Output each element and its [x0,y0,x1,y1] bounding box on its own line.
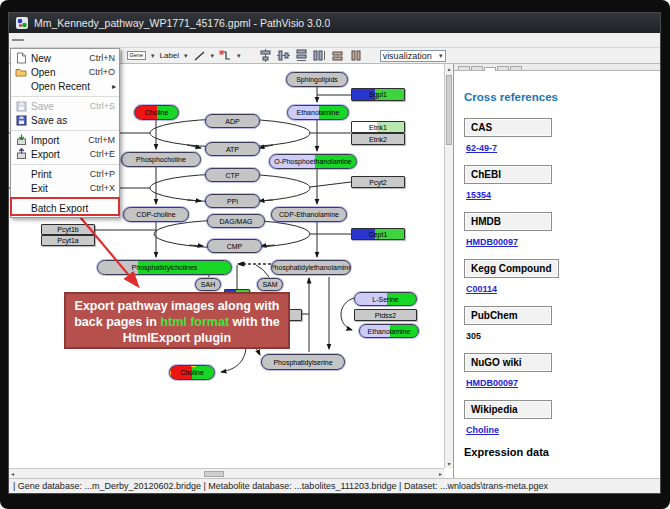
node-pcyt1a[interactable]: Pcyt1a [41,235,95,246]
pathvisio-window: Mm_Kennedy_pathway_WP1771_45176.gpml - P… [8,12,661,494]
database-name: Wikipedia [464,400,552,419]
cross-reference-section: HMDB HMDB00097 [464,211,660,247]
node-ctp[interactable]: CTP [205,168,260,182]
database-id-link[interactable]: HMDB00097 [466,378,660,388]
database-name: PubChem [464,306,552,325]
file-menu-item[interactable]: New Ctrl+N [11,51,119,65]
database-name: NuGO wiki [464,353,552,372]
node-l-serine[interactable]: L-Serine [354,292,417,306]
node-etnk2[interactable]: Etnk2 [351,133,405,145]
file-menu-item[interactable]: Save Ctrl+S [11,96,119,113]
import-icon [11,134,31,146]
node-cdp-choline[interactable]: CDP-choline [123,207,189,222]
statusbar: | Gene database: ...m_Derby_20120602.bri… [9,478,660,493]
common-width-icon[interactable] [331,49,344,62]
line-tool-icon[interactable] [193,50,206,62]
file-menu-item[interactable]: Exit Ctrl+X [11,181,119,195]
node-sgpl1[interactable]: Sgpl1 [351,88,405,101]
scroll-left-icon[interactable]: ◂ [11,470,14,477]
add-gene-button[interactable]: Gene [127,51,146,61]
node-etnk1[interactable]: Etnk1 [351,121,405,133]
node-dag-mag[interactable]: DAG/MAG [207,214,265,228]
sidebar-tab[interactable] [510,66,522,70]
node-pcyt2[interactable]: Pcyt2 [351,176,405,188]
node-ethanolamine-top[interactable]: Ethanolamine [287,105,349,120]
sidebar-tab[interactable] [484,67,496,71]
node-phosphocholine[interactable]: Phosphocholine [121,152,201,167]
database-name: CAS [464,118,552,137]
chevron-down-icon[interactable]: ▾ [211,52,215,60]
distribute-vertical-icon[interactable] [295,49,308,62]
app-icon [16,17,28,29]
align-horizontal-center-icon[interactable] [277,49,290,62]
horizontal-scrollbar[interactable]: ◂ ▸ [9,468,444,478]
vertical-scrollbar[interactable]: ▴ ▾ [444,64,453,468]
node-phosphatidylcholines[interactable]: Phosphatidylcholines [97,260,232,275]
node-pcyt1b[interactable]: Pcyt1b [41,224,95,235]
open-folder-icon [11,67,31,77]
file-menu-item[interactable]: Import Ctrl+M [11,130,119,147]
sidebar-tab[interactable] [497,66,509,70]
file-menu-item[interactable]: Batch Export [11,198,119,215]
connector-tool-icon[interactable] [219,50,232,62]
menubar [9,33,660,48]
file-menu-item[interactable]: Open Ctrl+O [11,65,119,79]
database-name: ChEBI [464,165,552,184]
save-as-icon [11,115,31,126]
cross-reference-section: ChEBI 15354 [464,164,660,200]
node-phosphatidylserine[interactable]: Phosphatidylserine [261,354,345,370]
sidebar-tab[interactable] [471,66,483,70]
file-menu: New Ctrl+N Open Ctrl+O Open Recent Save … [10,48,120,218]
database-id-link[interactable]: 62-49-7 [466,143,660,153]
database-name: HMDB [464,212,552,231]
node-phosphatidylethanolamine[interactable]: Phosphatidylethanolamine [271,260,351,275]
vertical-scrollbar-thumb[interactable] [446,75,452,145]
sidebar-tabs [454,64,660,71]
visualization-combobox[interactable]: visualization▾ [380,50,446,62]
file-menu-item[interactable]: Save as [11,113,119,127]
file-menu-item[interactable]: Open Recent [11,79,119,93]
database-id-link[interactable]: HMDB00097 [466,237,660,247]
node-ppi[interactable]: PPi [205,194,260,208]
node-atp[interactable]: ATP [205,142,260,156]
node-cmp[interactable]: CMP [207,239,262,253]
node-ethanolamine-bottom[interactable]: Ethanolamine [359,324,419,338]
node-cdp-ethanolamine[interactable]: CDP-Ethanolamine [271,207,347,222]
annotation-callout: Export pathway images along with back pa… [64,292,290,349]
database-id-link[interactable]: 305 [466,331,660,341]
node-sam[interactable]: SAM [257,278,283,291]
horizontal-scrollbar-thumb[interactable] [204,471,224,477]
database-id-link[interactable]: 15354 [466,190,660,200]
cross-reference-list: CAS 62-49-7 ChEBI 15354 HMDB HMDB00097 K… [464,117,660,435]
common-height-icon[interactable] [349,49,362,62]
annotation-highlight: html format [160,315,229,329]
node-adp[interactable]: ADP [205,114,260,128]
node-sphingolipids[interactable]: Sphingolipids [286,72,348,87]
screenshot-frame: Mm_Kennedy_pathway_WP1771_45176.gpml - P… [0,0,670,509]
align-vertical-center-icon[interactable] [259,49,272,62]
add-label-button[interactable]: Label [160,51,180,60]
scroll-up-icon[interactable]: ▴ [445,65,453,72]
export-icon [11,148,31,160]
scroll-down-icon[interactable]: ▾ [445,460,453,467]
menubar-item[interactable] [12,39,24,41]
sidebar-tab[interactable] [458,66,470,70]
database-id-link[interactable]: C00114 [466,284,660,294]
file-menu-item[interactable]: Export Ctrl+E [11,147,119,161]
chevron-down-icon[interactable]: ▾ [184,52,188,60]
node-choline-top[interactable]: Choline [134,105,179,120]
node-o-phosphoethanolamine[interactable]: O-Phosphoethanolamine [269,154,357,169]
node-choline-selected[interactable]: Choline [169,365,215,380]
file-menu-item[interactable]: Print Ctrl+P [11,164,119,181]
cross-reference-section: PubChem 305 [464,305,660,341]
database-id-link[interactable]: Choline [466,425,660,435]
distribute-horizontal-icon[interactable] [313,49,326,62]
node-ptdss2[interactable]: Ptdss2 [354,309,417,321]
chevron-down-icon[interactable]: ▾ [151,52,155,60]
node-cept1[interactable]: Cept1 [351,228,405,240]
scroll-right-icon[interactable]: ▸ [439,470,442,477]
chevron-down-icon[interactable]: ▾ [237,52,241,60]
window-title: Mm_Kennedy_pathway_WP1771_45176.gpml - P… [34,17,330,29]
chevron-down-icon: ▾ [439,52,443,60]
node-sah[interactable]: SAH [195,278,221,291]
